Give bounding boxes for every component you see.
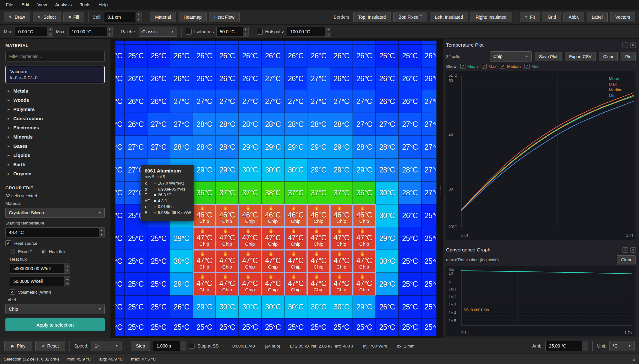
grid-cell-chip[interactable]: 47°CChip [261, 250, 284, 273]
grid-cell[interactable]: 29°C [376, 273, 399, 296]
grid-cell[interactable]: 28°C [216, 113, 239, 136]
grid-cell[interactable]: 27°C [115, 136, 124, 159]
grid-cell[interactable]: 26°C [376, 296, 399, 318]
grid-cell[interactable]: 27°C [353, 113, 376, 136]
grid-cell[interactable]: 25°C [147, 250, 170, 273]
grid-cell[interactable]: 25°C [115, 227, 124, 250]
plot-button-exportcsv[interactable]: Export CSV [565, 52, 596, 61]
grid-cell[interactable]: 25°C [115, 273, 124, 296]
heat-source-checkbox[interactable] [5, 240, 11, 246]
grid-cell-chip[interactable]: 47°CChip [193, 273, 216, 296]
grid-cell[interactable]: 26°C [170, 296, 193, 318]
category-woods[interactable]: ▶Woods [5, 95, 105, 105]
grid-cell[interactable]: 27°C [399, 113, 421, 136]
timestep-stepper[interactable]: 1.000 s [153, 341, 186, 351]
grid-cell[interactable]: 25°C [353, 318, 376, 336]
grid-cell[interactable]: 28°C [193, 136, 216, 159]
grid-cell[interactable]: 26°C [193, 67, 216, 90]
grid-cell[interactable]: 27°C [284, 90, 307, 113]
grid-cell[interactable]: 29°C [284, 136, 307, 159]
grid-cell[interactable]: 26°C [284, 67, 307, 90]
grid-cell[interactable]: 25°C [399, 273, 421, 296]
grid-cell[interactable]: 27°C [353, 90, 376, 113]
category-earth[interactable]: ▶Earth [5, 160, 105, 169]
grid-cell[interactable]: 26°C [353, 67, 376, 90]
grid-cell[interactable]: 29°C [353, 296, 376, 318]
grid-cell[interactable]: 25°C [261, 318, 284, 336]
grid-cell[interactable]: 28°C [239, 113, 261, 136]
border-button[interactable]: Bot: Fixed T [393, 12, 427, 22]
volumetric-checkbox[interactable] [10, 289, 15, 295]
grid-cell[interactable]: 25°C [124, 250, 147, 273]
grid-cell[interactable]: 29°C [261, 136, 284, 159]
grid-cell[interactable]: 25°C [421, 318, 437, 336]
category-construction[interactable]: ▶Construction [5, 114, 105, 123]
grid-cell[interactable]: 28°C [399, 159, 421, 181]
ge-material-select[interactable]: Crystalline Silicon [5, 208, 105, 218]
reset-button[interactable]: ↺ Reset [35, 341, 65, 351]
unit-select[interactable]: °C [609, 341, 635, 351]
grid-cell[interactable]: 26°C [115, 90, 124, 113]
grid-cell-chip[interactable]: 47°CChip [216, 273, 239, 296]
fixed-t-radio[interactable] [10, 249, 15, 254]
grid-cell[interactable]: 29°C [170, 273, 193, 296]
grid-cell[interactable]: 26°C [376, 67, 399, 90]
grid-cell[interactable]: 30°C [307, 296, 330, 318]
grid-cell-chip[interactable]: 47°CChip [330, 227, 353, 250]
grid-cell[interactable]: 27°C [421, 113, 437, 136]
grid-cell-chip[interactable]: 47°CChip [193, 227, 216, 250]
grid-cell[interactable]: 37°C [239, 181, 261, 204]
plot-button-saveplot[interactable]: Save Plot [535, 52, 562, 61]
grid-cell[interactable]: 26°C [399, 67, 421, 90]
isotherms-checkbox[interactable] [186, 29, 192, 35]
grid-cell-chip[interactable]: 46°CChip [216, 204, 239, 227]
grid-cell[interactable]: 29°C [193, 159, 216, 181]
grid-cell[interactable]: 29°C [307, 136, 330, 159]
view-button-vectors[interactable]: Vectors [610, 12, 635, 22]
fill-button[interactable]: ■ Fill [63, 12, 84, 22]
hotspot-checkbox[interactable] [257, 29, 263, 35]
grid-cell-chip[interactable]: 47°CChip [330, 250, 353, 273]
flux-wm2-stepper[interactable]: 50000000.00 W/m² [10, 263, 70, 274]
grid-cell[interactable]: 26°C [147, 90, 170, 113]
grid-cell[interactable]: 26°C [170, 44, 193, 67]
series-select[interactable]: Chip [490, 51, 532, 62]
grid-cell[interactable]: 37°C [330, 181, 353, 204]
grid-cell[interactable]: 27°C [307, 67, 330, 90]
grid-cell[interactable]: 25°C [376, 44, 399, 67]
ambient-stepper[interactable]: 25.00 °C [545, 341, 588, 351]
grid-cell[interactable]: 25°C [147, 318, 170, 336]
grid-cell[interactable]: 28°C [193, 113, 216, 136]
grid-cell[interactable]: 25°C [399, 318, 421, 336]
grid-cell[interactable]: 29°C [330, 159, 353, 181]
grid-cell[interactable]: 27°C [170, 113, 193, 136]
grid-cell[interactable]: 28°C [170, 136, 193, 159]
grid-cell[interactable]: 25°C [421, 204, 437, 227]
grid-cell[interactable]: 27°C [421, 159, 437, 181]
menu-edit[interactable]: Edit [17, 1, 33, 9]
max-temp-stepper[interactable]: 100.00 °C [68, 27, 113, 37]
grid-cell[interactable]: 25°C [115, 296, 124, 318]
grid-cell[interactable]: 26°C [124, 113, 147, 136]
grid-cell[interactable]: 25°C [421, 250, 437, 273]
category-metals[interactable]: ▶Metals [5, 86, 105, 95]
speed-select[interactable]: 1× [91, 341, 122, 351]
grid-cell[interactable]: 30°C [261, 159, 284, 181]
category-polymers[interactable]: ▶Polymers [5, 105, 105, 114]
grid-cell-chip[interactable]: 47°CChip [307, 227, 330, 250]
grid-cell[interactable]: 36°C [193, 181, 216, 204]
grid-cell[interactable]: 27°C [147, 136, 170, 159]
grid-cell[interactable]: 26°C [330, 67, 353, 90]
grid-cell[interactable]: 25°C [399, 44, 421, 67]
grid-cell-chip[interactable]: 46°CChip [284, 204, 307, 227]
plot-button-clear[interactable]: Clear [599, 52, 618, 61]
grid-cell-chip[interactable]: 47°CChip [261, 273, 284, 296]
grid-cell[interactable]: 25°C [124, 44, 147, 67]
grid-cell[interactable]: 28°C [216, 136, 239, 159]
grid-cell[interactable]: 26°C [261, 44, 284, 67]
grid-cell[interactable]: 29°C [216, 159, 239, 181]
select-button[interactable]: ↖ Select [33, 12, 61, 22]
grid-cell[interactable]: 26°C [353, 44, 376, 67]
grid-cell[interactable]: 28°C [261, 113, 284, 136]
grid-cell[interactable]: 25°C [376, 318, 399, 336]
